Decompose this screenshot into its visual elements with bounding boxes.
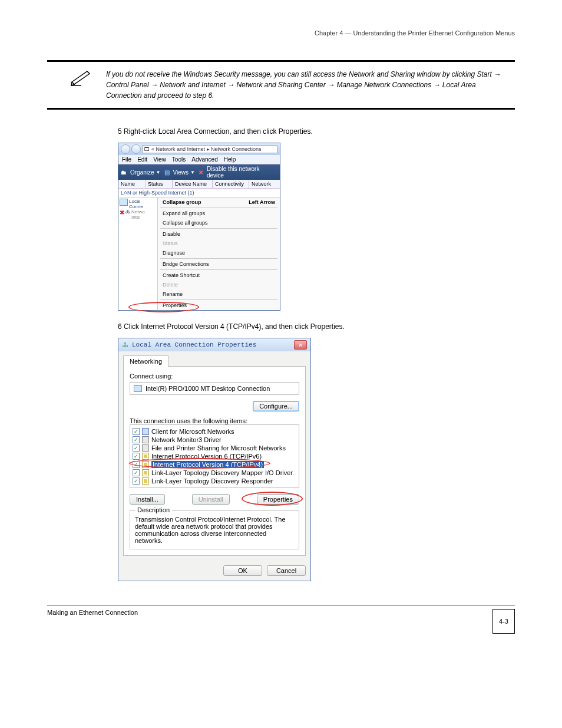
list-item[interactable]: ✓ Link-Layer Topology Discovery Mapper I…: [131, 469, 297, 477]
error-icon: ✖: [120, 209, 124, 216]
list-item[interactable]: ✓ Network Monitor3 Driver: [131, 436, 297, 444]
step-5-text: 5 Right-click Local Area Connection, and…: [118, 127, 515, 136]
protocol-list: ✓ Client for Microsoft Networks ✓ Networ…: [130, 424, 299, 488]
list-item[interactable]: ✓ Link-Layer Topology Discovery Responde…: [131, 477, 297, 485]
ctx-diagnose[interactable]: Diagnose: [158, 248, 280, 258]
command-bar: 🖿 Organize ▼ ▤ Views ▼ ✖ Disable this ne…: [118, 164, 280, 180]
menu-tools[interactable]: Tools: [172, 156, 186, 163]
item-label: Link-Layer Topology Discovery Responder: [151, 477, 273, 485]
connection-item[interactable]: Local Conne ✖ 🖧 Netwo Intel: [118, 197, 157, 310]
menu-edit[interactable]: Edit: [137, 156, 147, 163]
cancel-button[interactable]: Cancel: [267, 565, 306, 576]
conn-device: Intel: [131, 215, 145, 220]
install-button[interactable]: Install...: [130, 494, 165, 505]
driver-icon: [142, 436, 149, 443]
ok-button[interactable]: OK: [223, 565, 262, 576]
close-button[interactable]: ✕: [294, 340, 307, 350]
network-icon: 🖧: [122, 341, 128, 348]
note-text: If you do not receive the Windows Securi…: [106, 69, 515, 101]
ctx-collapse-group[interactable]: Collapse group Left Arrow: [158, 197, 280, 207]
group-header[interactable]: LAN or High-Speed Internet (1): [118, 189, 280, 197]
chevron-down-icon: ▼: [156, 170, 161, 175]
col-name[interactable]: Name: [118, 180, 146, 188]
ctx-disable[interactable]: Disable: [158, 229, 280, 239]
handwriting-icon: [71, 69, 94, 87]
separator: [160, 207, 277, 208]
step-6-text: 6 Click Internet Protocol Version 4 (TCP…: [118, 322, 515, 331]
uninstall-button: Uninstall: [192, 494, 230, 505]
separator: [160, 228, 277, 229]
checkbox-icon[interactable]: ✓: [133, 444, 140, 452]
dialog-footer: OK Cancel: [118, 561, 310, 581]
conn-name: Local: [129, 199, 143, 204]
service-icon: [142, 444, 149, 452]
adapter-icon: [134, 385, 142, 392]
checkbox-icon[interactable]: ✓: [133, 428, 140, 435]
ctx-label: Properties: [163, 302, 187, 308]
configure-button[interactable]: Configure...: [253, 401, 299, 411]
disable-device-button[interactable]: Disable this network device: [207, 166, 277, 179]
organize-label: Organize: [130, 169, 154, 176]
list-item-selected[interactable]: ✓ Internet Protocol Version 4 (TCP/IPv4): [131, 460, 297, 469]
separator: [160, 258, 277, 259]
breadcrumb[interactable]: 🗔 « Network and Internet ▸ Network Conne…: [142, 145, 277, 153]
ctx-expand-all[interactable]: Expand all groups: [158, 209, 280, 218]
menu-advanced[interactable]: Advanced: [191, 156, 217, 163]
checkbox-icon[interactable]: ✓: [133, 453, 140, 460]
note-block: If you do not receive the Windows Securi…: [47, 60, 515, 110]
col-status[interactable]: Status: [146, 180, 173, 188]
checkbox-icon[interactable]: ✓: [133, 477, 140, 485]
device-icon: 🖧: [125, 209, 130, 215]
item-label: File and Printer Sharing for Microsoft N…: [151, 444, 286, 452]
list-item[interactable]: ✓ File and Printer Sharing for Microsoft…: [131, 444, 297, 452]
context-menu: Collapse group Left Arrow Expand all gro…: [157, 197, 280, 310]
description-text: Transmission Control Protocol/Internet P…: [135, 516, 286, 544]
monitor-icon: [120, 199, 128, 206]
protocol-icon: [142, 461, 149, 468]
description-legend: Description: [135, 506, 172, 513]
items-label: This connection uses the following items…: [130, 417, 299, 424]
ctx-create-shortcut[interactable]: Create Shortcut: [158, 271, 280, 280]
list-item[interactable]: ✓ Client for Microsoft Networks: [131, 427, 297, 436]
adapter-field: Intel(R) PRO/1000 MT Desktop Connection: [130, 382, 299, 395]
item-label: Internet Protocol Version 4 (TCP/IPv4): [151, 461, 264, 468]
item-label: Network Monitor3 Driver: [151, 436, 222, 443]
organize-icon: 🖿: [121, 169, 127, 176]
conn-status: Netwo: [131, 209, 145, 215]
client-icon: [142, 428, 149, 435]
menu-file[interactable]: File: [122, 156, 131, 163]
checkbox-icon[interactable]: ✓: [133, 469, 140, 476]
protocol-icon: [142, 453, 149, 460]
chevron-down-icon: ▼: [190, 170, 195, 175]
organize-menu[interactable]: Organize ▼: [130, 169, 161, 176]
separator: [160, 269, 277, 270]
views-menu[interactable]: Views ▼: [173, 169, 195, 176]
nav-forward-button[interactable]: [131, 144, 141, 154]
properties-button[interactable]: Properties: [257, 494, 299, 505]
network-connections-window: 🗔 « Network and Internet ▸ Network Conne…: [118, 143, 280, 311]
page-footer: Making an Ethernet Connection 4-3: [47, 605, 515, 634]
chapter-header: Chapter 4 — Understanding the Printer Et…: [47, 29, 515, 37]
ctx-collapse-all[interactable]: Collapse all groups: [158, 218, 280, 228]
list-item[interactable]: ✓ Internet Protocol Version 6 (TCP/IPv6): [131, 452, 297, 460]
menu-bar: File Edit View Tools Advanced Help: [118, 155, 280, 164]
breadcrumb-text: « Network and Internet ▸ Network Connect…: [151, 146, 262, 152]
disable-icon: ✖: [199, 169, 203, 176]
col-device-name[interactable]: Device Name: [173, 180, 213, 188]
ctx-rename[interactable]: Rename: [158, 289, 280, 299]
tab-networking[interactable]: Networking: [123, 355, 168, 367]
col-connectivity[interactable]: Connectivity: [213, 180, 249, 188]
ctx-shortcut: Left Arrow: [249, 199, 275, 205]
checkbox-icon[interactable]: ✓: [133, 436, 140, 443]
menu-view[interactable]: View: [153, 156, 166, 163]
protocol-icon: [142, 477, 149, 485]
conn-name-2: Conne: [129, 204, 143, 209]
ctx-properties[interactable]: Properties: [158, 301, 280, 310]
col-network[interactable]: Network: [249, 180, 280, 188]
ctx-bridge[interactable]: Bridge Connections: [158, 259, 280, 269]
folder-icon: 🗔: [144, 146, 150, 152]
nav-back-button[interactable]: [121, 144, 130, 154]
checkbox-icon[interactable]: ✓: [133, 461, 140, 468]
menu-help[interactable]: Help: [224, 156, 236, 163]
adapter-name: Intel(R) PRO/1000 MT Desktop Connection: [146, 385, 270, 392]
